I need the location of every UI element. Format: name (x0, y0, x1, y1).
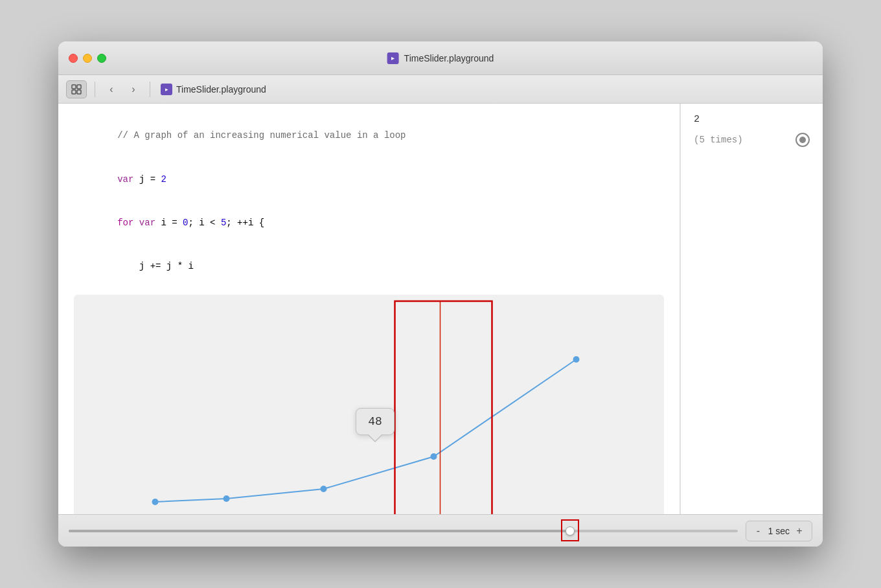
timer-minus-button[interactable]: - (751, 524, 766, 538)
minus-icon: - (757, 525, 760, 537)
result-value: 2 (694, 114, 810, 125)
circle-icon (799, 137, 806, 143)
code-line-3: for var i = 0; i < 5; ++i { (74, 201, 664, 244)
window-title: TimeSlider.playground (404, 53, 494, 63)
title-playground-icon: ▸ (387, 52, 399, 64)
title-bar-center: ▸ TimeSlider.playground (387, 52, 494, 64)
toolbar-filename: TimeSlider.playground (176, 84, 266, 95)
plus-icon: + (796, 525, 802, 537)
code-editor[interactable]: // A graph of an increasing numerical va… (58, 104, 680, 514)
toolbar-file: ▸ TimeSlider.playground (161, 84, 266, 95)
timer-controls: - 1 sec + (746, 521, 812, 541)
graph-tooltip: 48 (356, 408, 395, 436)
app-window: ▸ TimeSlider.playground ‹ › ▸ TimeSlider… (58, 41, 823, 547)
graph-point-2[interactable] (321, 486, 327, 492)
time-selection-box (395, 301, 492, 514)
bottom-bar: - 1 sec + (58, 514, 823, 547)
traffic-lights (69, 54, 106, 63)
grid-icon (71, 84, 82, 95)
tooltip-value: 48 (368, 415, 382, 428)
toolbar: ‹ › ▸ TimeSlider.playground (58, 75, 823, 104)
svg-rect-3 (77, 90, 81, 94)
maximize-button[interactable] (97, 54, 106, 63)
back-button[interactable]: ‹ (103, 81, 120, 98)
results-panel: 2 (5 times) (680, 104, 823, 514)
file-playground-icon: ▸ (161, 84, 172, 95)
code-line-2: var j = 2 (74, 157, 664, 201)
grid-view-button[interactable] (66, 80, 87, 98)
svg-rect-2 (72, 90, 76, 94)
timer-value: 1 sec (768, 526, 790, 536)
title-bar: ▸ TimeSlider.playground (58, 41, 823, 75)
slider-fill (69, 530, 570, 532)
graph-point-3[interactable] (431, 453, 437, 460)
code-line-comment: // A graph of an increasing numerical va… (74, 114, 664, 157)
slider-thumb[interactable] (566, 526, 575, 536)
close-button[interactable] (69, 54, 78, 63)
main-content: // A graph of an increasing numerical va… (58, 104, 823, 514)
time-slider-track[interactable] (69, 530, 738, 532)
timer-plus-button[interactable]: + (792, 524, 807, 538)
graph-area: 48 (74, 295, 664, 514)
result-times: (5 times) (694, 133, 810, 147)
svg-rect-0 (72, 85, 76, 89)
result-graph-button[interactable] (795, 133, 810, 147)
graph-point-1[interactable] (223, 495, 230, 502)
graph-point-0[interactable] (152, 499, 159, 505)
graph-svg (74, 295, 664, 514)
toolbar-separator-2 (150, 82, 150, 97)
toolbar-separator (95, 82, 95, 97)
graph-point-4[interactable] (573, 356, 580, 363)
result-times-label: (5 times) (694, 135, 743, 145)
code-line-4: j += j * i (74, 245, 664, 288)
svg-rect-1 (77, 85, 81, 89)
minimize-button[interactable] (83, 54, 92, 63)
forward-button[interactable]: › (125, 81, 142, 98)
